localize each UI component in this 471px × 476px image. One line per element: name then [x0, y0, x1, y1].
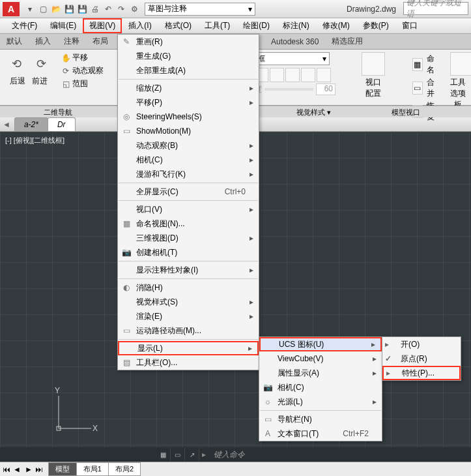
menu-window[interactable]: 窗口	[395, 18, 424, 33]
merge-icon: ▭	[412, 82, 423, 95]
sb-3[interactable]: ↗	[185, 448, 199, 461]
ucs-on-icon: ▸	[385, 340, 394, 349]
menu-showmotion[interactable]: ▭ShowMotion(M)	[118, 124, 259, 138]
ucs-icon: X Y	[46, 383, 98, 435]
redo-icon[interactable]: ↷	[115, 3, 127, 15]
menu-3dviews[interactable]: 三维视图(D)	[118, 231, 259, 245]
hand-icon: ✋	[61, 53, 70, 63]
orbit-button[interactable]: ⟳动态观察	[61, 65, 112, 76]
ucs-on[interactable]: ▸开(O)	[382, 337, 461, 351]
menu-motion[interactable]: ▭运动路径动画(M)...	[118, 323, 259, 338]
layout-first-icon[interactable]: ⏮	[3, 465, 10, 474]
doc-tab-a2[interactable]: a-2*	[14, 117, 48, 131]
workspace-dropdown[interactable]: 草图与注释 ▾	[145, 3, 255, 16]
gear-icon[interactable]: ⚙	[128, 3, 140, 15]
saveas-icon[interactable]: 💾	[76, 3, 88, 15]
back-icon[interactable]: ⟲	[8, 56, 24, 72]
merge-vp-button[interactable]: ▭合并	[412, 77, 438, 99]
tab-default[interactable]: 默认	[0, 33, 29, 50]
tab-layout[interactable]: 布局	[86, 33, 115, 50]
menu-render[interactable]: 渲染(E)	[118, 309, 259, 323]
submenu-light[interactable]: ☼光源(L)	[259, 394, 382, 409]
doc-tab-dr[interactable]: Dr	[48, 117, 76, 131]
menu-orbit[interactable]: 动态观察(B)	[118, 138, 259, 153]
menu-dimension[interactable]: 标注(N)	[276, 18, 316, 33]
menu-annotative[interactable]: 显示注释性对象(I)	[118, 263, 259, 277]
named-vp-button[interactable]: ▦命名	[412, 53, 438, 76]
submenu-camera[interactable]: 📷相机(C)	[259, 380, 382, 394]
save-icon[interactable]: 💾	[63, 3, 75, 15]
view-dropdown-menu: ✎重画(R) 重生成(G) 全部重生成(A) 缩放(Z) 平移(P) ◎Stee…	[117, 34, 259, 370]
menu-draw[interactable]: 绘图(D)	[236, 18, 276, 33]
menu-walk[interactable]: 漫游和飞行(K)	[118, 167, 259, 181]
menu-display[interactable]: 显示(L)	[118, 341, 259, 355]
vs-btn-3[interactable]	[270, 68, 284, 82]
menu-createcam[interactable]: 📷创建相机(T)	[118, 245, 259, 260]
tool-palettes-button[interactable]	[450, 52, 471, 76]
ucs-origin[interactable]: ✓原点(R)	[382, 351, 461, 366]
menu-insert[interactable]: 插入(I)	[122, 18, 158, 33]
tab-prev-icon[interactable]: ◄	[3, 120, 10, 129]
menu-redraw[interactable]: ✎重画(R)	[118, 35, 259, 49]
tab-a360[interactable]: Autodesk 360	[264, 35, 325, 49]
submenu-attr[interactable]: 属性显示(A)	[259, 366, 382, 380]
new-icon[interactable]: ▢	[37, 3, 49, 15]
pan-button[interactable]: ✋平移	[61, 52, 112, 63]
layout-prev-icon[interactable]: ◄	[13, 465, 21, 474]
layout-tab-1[interactable]: 布局1	[76, 462, 109, 476]
layout-tab-2[interactable]: 布局2	[108, 462, 141, 476]
menu-zoom[interactable]: 缩放(Z)	[118, 81, 259, 95]
menu-regenall[interactable]: 全部重生成(A)	[118, 63, 259, 78]
menu-hide[interactable]: ◐消隐(H)	[118, 280, 259, 295]
command-line[interactable]: 键入命令	[208, 449, 471, 460]
viewport-button[interactable]	[362, 52, 385, 76]
submenu-navbar[interactable]: ▭导航栏(N)	[259, 412, 382, 426]
sb-2[interactable]: ▭	[171, 448, 185, 461]
print-icon[interactable]: 🖨	[89, 3, 101, 15]
forward-icon[interactable]: ⟳	[33, 56, 49, 72]
panel-spacer2	[444, 106, 471, 117]
submenu-textwin[interactable]: A文本窗口(T)Ctrl+F2	[259, 426, 382, 441]
menu-viewports[interactable]: 视口(V)	[118, 202, 259, 216]
search-input[interactable]: 键入关键字或短语	[403, 2, 468, 15]
tab-insert[interactable]: 插入	[29, 33, 57, 50]
sb-1[interactable]: ▦	[156, 448, 171, 461]
menu-modify[interactable]: 修改(M)	[316, 18, 356, 33]
open-icon[interactable]: 📂	[50, 3, 62, 15]
menu-fullscreen[interactable]: 全屏显示(C)Ctrl+0	[118, 185, 259, 199]
menu-steering[interactable]: ◎SteeringWheels(S)	[118, 110, 259, 124]
menu-view[interactable]: 视图(V)	[83, 18, 122, 33]
menu-pan[interactable]: 平移(P)	[118, 95, 259, 110]
back-label: 后退	[10, 76, 25, 87]
vs-btn-4[interactable]	[285, 68, 300, 82]
menu-edit[interactable]: 编辑(E)	[44, 18, 83, 33]
menu-params[interactable]: 参数(P)	[356, 18, 395, 33]
hide-icon: ◐	[121, 282, 132, 293]
menu-file[interactable]: 文件(F)	[5, 18, 44, 33]
qat-dropdown-icon[interactable]: ▾	[24, 3, 36, 15]
submenu-ucs[interactable]: UCS 图标(U)	[259, 337, 382, 351]
viewport-controls[interactable]: [-] [俯视][二维线框]	[5, 136, 64, 145]
transparency-value[interactable]: 60	[316, 83, 335, 95]
menu-named-views[interactable]: ▦命名视图(N)...	[118, 216, 259, 231]
ucs-properties[interactable]: ▸特性(P)...	[382, 366, 461, 380]
tab-annotate[interactable]: 注释	[57, 33, 86, 50]
tab-featured[interactable]: 精选应用	[325, 33, 369, 50]
panel-label-vstyle[interactable]: 视觉样式 ▾	[259, 106, 368, 117]
submenu-viewcube[interactable]: ViewCube(V)	[259, 351, 382, 366]
app-logo[interactable]: A	[3, 2, 20, 16]
menu-format[interactable]: 格式(O)	[158, 18, 198, 33]
menu-regen[interactable]: 重生成(G)	[118, 49, 259, 63]
chevron-down-icon: ▾	[322, 54, 326, 63]
menu-camera[interactable]: 相机(C)	[118, 153, 259, 167]
extents-button[interactable]: ◱范围	[61, 78, 112, 89]
menu-tools[interactable]: 工具(T)	[198, 18, 236, 33]
undo-icon[interactable]: ↶	[102, 3, 114, 15]
menu-vstyles[interactable]: 视觉样式(S)	[118, 295, 259, 309]
vs-btn-5[interactable]	[301, 68, 315, 82]
layout-last-icon[interactable]: ⏭	[35, 465, 43, 474]
layout-tab-model[interactable]: 模型	[48, 462, 77, 476]
vs-btn-6[interactable]	[317, 68, 331, 82]
layout-next-icon[interactable]: ►	[25, 465, 33, 474]
menu-toolbars[interactable]: ▤工具栏(O)...	[118, 355, 259, 370]
